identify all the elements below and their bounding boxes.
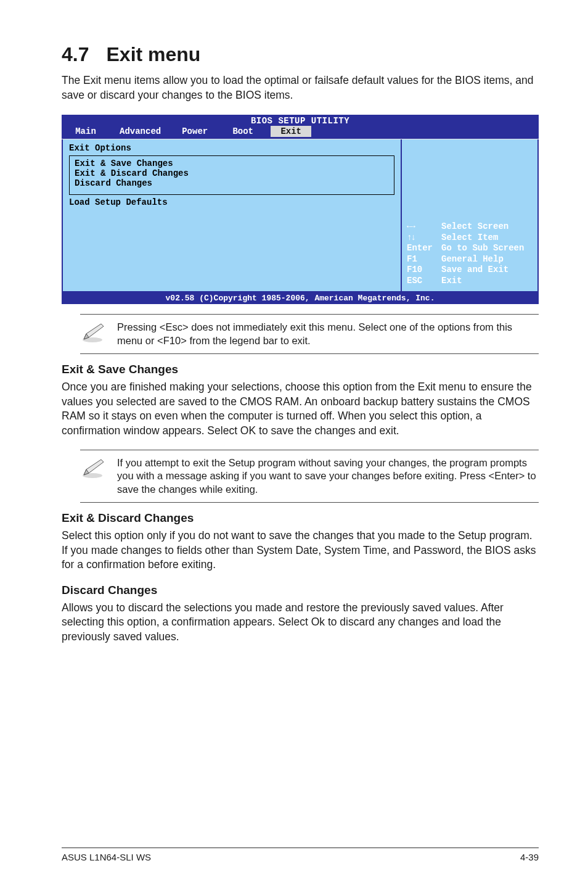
bios-item-exit-save[interactable]: Exit & Save Changes <box>75 159 389 168</box>
note-callout-2: If you attempt to exit the Setup program… <box>80 450 539 503</box>
arrows-lr-icon <box>407 221 441 233</box>
legend-key-f1: F1 <box>407 254 441 265</box>
pencil-icon <box>80 458 105 479</box>
body-discard: Allows you to discard the selections you… <box>62 601 539 645</box>
body-exit-discard: Select this option only if you do not wa… <box>62 529 539 572</box>
lead-paragraph: The Exit menu items allow you to load th… <box>62 73 539 102</box>
note-text-2: If you attempt to exit the Setup program… <box>117 456 539 496</box>
arrows-ud-icon <box>407 233 441 244</box>
pencil-icon <box>80 322 105 343</box>
legend-select-screen: Select Screen <box>441 221 508 233</box>
bios-section-heading: Exit Options <box>69 143 394 153</box>
legend-general-help: General Help <box>441 254 504 265</box>
subhead-exit-discard: Exit & Discard Changes <box>62 511 539 525</box>
legend-key-f10: F10 <box>407 265 441 276</box>
bios-body: Exit Options Exit & Save Changes Exit & … <box>62 139 539 292</box>
section-heading: 4.7Exit menu <box>62 43 539 66</box>
section-title-text: Exit menu <box>106 43 200 65</box>
legend-exit: Exit <box>441 276 462 287</box>
bios-tab-bar: Main Advanced Power Boot Exit <box>62 126 539 139</box>
legend-save-exit: Save and Exit <box>441 265 508 276</box>
bios-tab-power[interactable]: Power <box>174 126 215 137</box>
note-text-1: Pressing <Esc> does not immediately exit… <box>117 321 539 347</box>
legend-sub-screen: Go to Sub Screen <box>441 243 524 254</box>
bios-tab-main[interactable]: Main <box>65 126 106 137</box>
bios-tab-boot[interactable]: Boot <box>223 126 263 137</box>
bios-item-exit-discard[interactable]: Exit & Discard Changes <box>75 168 389 178</box>
bios-item-load-defaults[interactable]: Load Setup Defaults <box>69 197 394 207</box>
footer-right: 4-39 <box>520 852 539 862</box>
legend-select-item: Select Item <box>441 233 498 244</box>
note-callout-1: Pressing <Esc> does not immediately exit… <box>80 314 539 354</box>
page-footer: ASUS L1N64-SLI WS 4-39 <box>62 848 539 862</box>
section-number: 4.7 <box>62 43 89 65</box>
legend-key-enter: Enter <box>407 243 441 254</box>
bios-copyright: v02.58 (C)Copyright 1985-2006, American … <box>62 292 539 304</box>
bios-help-area: Select Screen Select Item EnterGo to Sub… <box>402 139 537 291</box>
body-exit-save: Once you are finished making your select… <box>62 380 539 439</box>
bios-panel: BIOS SETUP UTILITY Main Advanced Power B… <box>62 115 539 304</box>
bios-options-box: Exit & Save Changes Exit & Discard Chang… <box>69 155 394 195</box>
bios-main-area: Exit Options Exit & Save Changes Exit & … <box>63 139 402 291</box>
bios-item-discard[interactable]: Discard Changes <box>75 178 389 188</box>
bios-legend: Select Screen Select Item EnterGo to Sub… <box>407 221 533 286</box>
bios-tab-exit[interactable]: Exit <box>271 126 311 137</box>
legend-key-esc: ESC <box>407 276 441 287</box>
bios-tab-advanced[interactable]: Advanced <box>113 126 167 137</box>
subhead-discard: Discard Changes <box>62 584 539 597</box>
bios-title: BIOS SETUP UTILITY <box>62 115 539 126</box>
subhead-exit-save: Exit & Save Changes <box>62 363 539 376</box>
footer-left: ASUS L1N64-SLI WS <box>62 852 151 862</box>
